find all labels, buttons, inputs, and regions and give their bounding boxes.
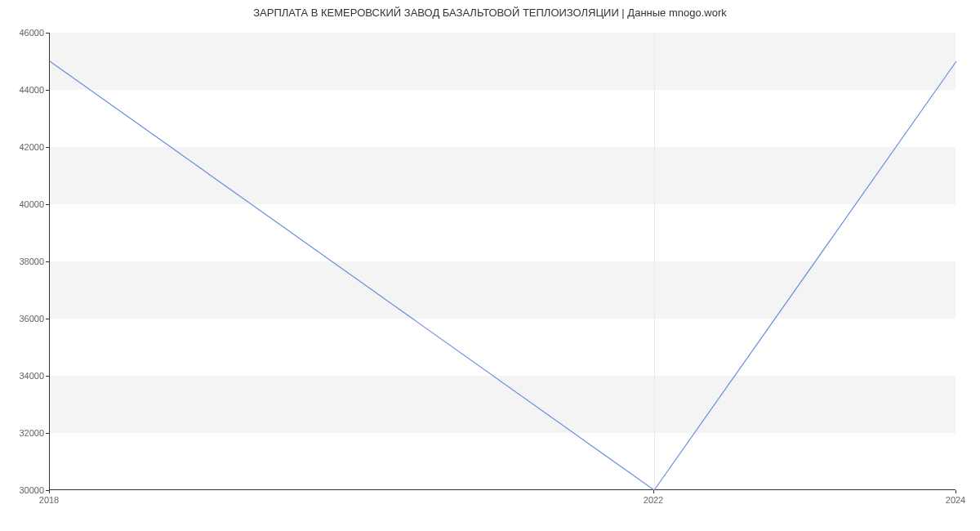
y-tick-label: 36000 <box>10 314 44 324</box>
x-tick-label: 2018 <box>39 495 59 505</box>
y-tick-mark <box>46 261 49 262</box>
line-series <box>50 33 956 490</box>
x-tick-label: 2024 <box>946 495 965 505</box>
x-tick-label: 2022 <box>644 495 663 505</box>
y-tick-label: 46000 <box>10 28 44 38</box>
y-tick-label: 40000 <box>10 199 44 209</box>
y-tick-mark <box>46 33 49 33</box>
chart-title: ЗАРПЛАТА В КЕМЕРОВСКИЙ ЗАВОД БАЗАЛЬТОВОЙ… <box>0 0 980 19</box>
x-tick-mark <box>956 490 956 493</box>
plot-region <box>49 33 956 490</box>
y-tick-label: 38000 <box>10 257 44 266</box>
x-tick-mark <box>653 490 654 493</box>
chart-area: 3000032000340003600038000400004200044000… <box>49 33 956 490</box>
y-tick-label: 44000 <box>10 85 44 95</box>
y-tick-label: 42000 <box>10 142 44 152</box>
y-tick-mark <box>46 433 49 434</box>
y-tick-label: 32000 <box>10 428 44 438</box>
y-tick-label: 30000 <box>10 485 44 495</box>
y-tick-mark <box>46 319 49 319</box>
x-tick-mark <box>49 490 50 493</box>
y-tick-mark <box>46 90 49 91</box>
y-tick-mark <box>46 376 49 377</box>
y-tick-label: 34000 <box>10 371 44 381</box>
y-tick-mark <box>46 147 49 148</box>
y-tick-mark <box>46 204 49 205</box>
